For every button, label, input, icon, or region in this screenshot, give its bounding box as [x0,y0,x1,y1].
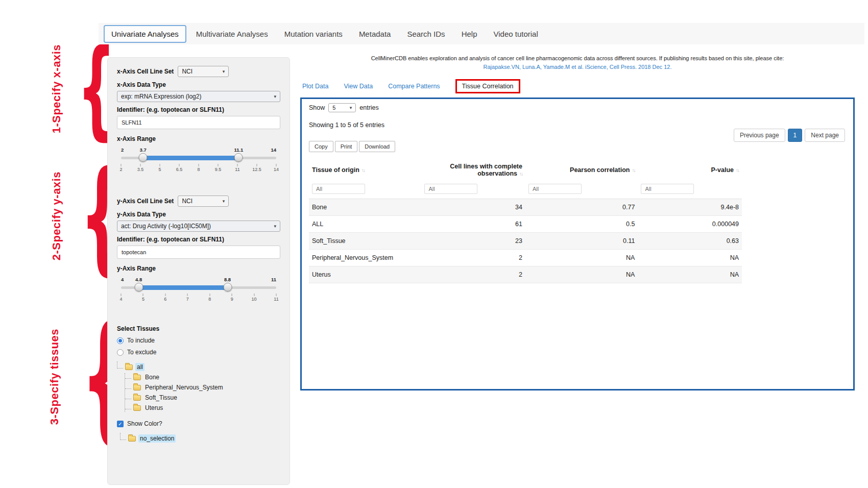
y-identifier-label: Identifier: (e.g. topotecan or SLFN11) [117,236,280,243]
show-label: Show [309,104,325,111]
y-data-type-label: y-Axis Data Type [117,211,280,218]
pagination-prev-button[interactable]: Previous page [734,129,785,142]
folder-icon [133,385,141,391]
tree-item-soft-tissue[interactable]: Soft_Tissue [125,394,280,402]
radio-label: To include [127,337,155,344]
x-identifier-label: Identifier: (e.g. topotecan or SLFN11) [117,106,280,113]
subtab-view-data[interactable]: View Data [344,83,373,90]
tab-multivariate-analyses[interactable]: Multivariate Analyses [189,26,275,42]
filter-input-pvalue[interactable] [641,184,694,194]
subtab-compare-patterns[interactable]: Compare Patterns [388,83,440,90]
slider-handle-high[interactable] [234,153,243,162]
annotation-label: 2-Specify y-axis [50,172,63,260]
y-cell-line-set-label: y-Axis Cell Line Set [117,198,174,205]
main-content: CellMinerCDB enables exploration and ana… [300,54,855,391]
tree-connector [125,382,131,389]
tab-metadata[interactable]: Metadata [352,26,398,42]
chevron-down-icon: ▾ [274,224,276,229]
sort-icon[interactable]: ↑↓ [736,167,739,173]
radio-to-include[interactable]: To include [117,337,280,344]
tab-help[interactable]: Help [455,26,484,42]
sort-icon[interactable]: ↑↓ [519,171,522,177]
slider-fill [139,285,228,290]
pagination-next-button[interactable]: Next page [805,129,845,142]
slider-handle-low[interactable] [134,283,143,291]
slider-track[interactable] [121,286,276,289]
y-identifier-input[interactable] [117,246,280,259]
slider-min-label: 2 [121,147,124,153]
column-header-pvalue[interactable]: P-value↑↓ [638,158,742,182]
print-button[interactable]: Print [335,141,358,152]
slider-handle-low[interactable] [139,153,148,162]
folder-icon [133,395,141,401]
tree-item-no-selection[interactable]: no_selection [120,434,280,443]
slider-low-label: 4.8 [135,277,142,282]
column-header-tissue[interactable]: Tissue of origin↑↓ [309,158,421,182]
y-range-label: y-Axis Range [117,265,280,272]
x-data-type-label: x-Axis Data Type [117,81,280,88]
slider-fill [143,156,238,160]
filter-input-pearson[interactable] [528,184,582,194]
pagination: Previous page 1 Next page [734,129,845,142]
slider-grid: 2 3.5 5 6.5 8 9.5 11 12.5 14 [121,164,276,173]
x-range-label: x-Axis Range [117,135,280,142]
y-data-type-select[interactable]: act: Drug Activity (-log10[IC50M]) ▾ [117,221,280,232]
radio-button-icon[interactable] [117,349,124,356]
showing-entries-text: Showing 1 to 5 of 5 entries [309,121,846,129]
slider-handle-high[interactable] [223,283,232,291]
x-cell-line-set-label: x-Axis Cell Line Set [117,68,174,75]
x-identifier-input[interactable] [117,116,280,129]
sidebar: x-Axis Cell Line Set NCI ▾ x-Axis Data T… [107,57,290,485]
folder-icon [128,436,136,442]
radio-button-icon[interactable] [117,337,124,344]
subtab-tissue-correlation[interactable]: Tissue Correlation [455,79,520,93]
tab-mutation-variants[interactable]: Mutation variants [278,26,349,42]
sort-icon[interactable]: ↑↓ [632,167,635,173]
entries-label: entries [359,104,379,111]
slider-track[interactable] [121,157,276,159]
tree-connector [125,392,131,399]
show-entries-select[interactable]: 5 ▾ [328,103,356,112]
tree-connector [120,433,126,440]
folder-icon [125,364,133,370]
slider-max-label: 14 [271,147,276,153]
results-table: Tissue of origin↑↓ Cell lines with compl… [309,158,742,283]
y-cell-line-set-select[interactable]: NCI ▾ [178,196,229,207]
table-row[interactable]: ALL 61 0.5 0.000049 [309,216,742,233]
slider-min-label: 4 [121,277,124,282]
copy-button[interactable]: Copy [309,141,333,152]
tree-item-all[interactable]: all [117,363,280,371]
tree-item-bone[interactable]: Bone [125,373,280,381]
tab-univariate-analyses[interactable]: Univariate Analyses [104,25,186,43]
y-range-slider[interactable]: 4 4.8 8.8 11 4 5 6 7 8 9 10 11 [121,286,276,303]
tab-search-ids[interactable]: Search IDs [400,26,451,42]
table-row[interactable]: Uterus 2 NA NA [309,266,742,283]
show-color-label: Show Color? [127,420,162,427]
show-color-checkbox-row[interactable]: ✓ Show Color? [117,420,280,427]
radio-to-exclude[interactable]: To exclude [117,349,280,356]
x-range-slider[interactable]: 2 3.7 11.1 14 2 3.5 5 6.5 8 9.5 11 12.5 … [121,157,276,173]
export-buttons: Copy Print Download [309,141,846,152]
table-row[interactable]: Peripheral_Nervous_System 2 NA NA [309,250,742,266]
tab-video-tutorial[interactable]: Video tutorial [487,26,544,42]
download-button[interactable]: Download [359,141,395,152]
sort-icon[interactable]: ↑↓ [361,167,365,173]
column-header-cell-lines[interactable]: Cell lines with complete observations↑↓ [421,158,525,182]
column-header-pearson[interactable]: Pearson correlation↑↓ [525,158,638,182]
cite-link[interactable]: Rajapakse.VN, Luna.A, Yamade.M et al. iS… [484,64,672,70]
filter-input-tissue[interactable] [312,184,365,194]
page: 1-Specify x-axis { 2-Specify y-axis { 3-… [0,0,868,488]
x-cell-line-set-select[interactable]: NCI ▾ [178,66,229,77]
subtabs: Plot Data View Data Compare Patterns Tis… [300,79,855,93]
pagination-page-1-button[interactable]: 1 [788,129,803,142]
tree-item-uterus[interactable]: Uterus [125,404,280,412]
table-row[interactable]: Soft_Tissue 23 0.11 0.63 [309,233,742,250]
checkbox-checked-icon[interactable]: ✓ [117,421,124,427]
subtab-plot-data[interactable]: Plot Data [302,83,328,90]
chevron-down-icon: ▾ [223,199,225,204]
slider-high-label: 11.1 [234,147,243,153]
x-data-type-select[interactable]: exp: mRNA Expression (log2) ▾ [117,91,280,102]
tree-item-peripheral-nervous-system[interactable]: Peripheral_Nervous_System [125,383,280,392]
filter-input-cell-lines[interactable] [424,184,477,194]
table-row[interactable]: Bone 34 0.77 9.4e-8 [309,199,742,216]
